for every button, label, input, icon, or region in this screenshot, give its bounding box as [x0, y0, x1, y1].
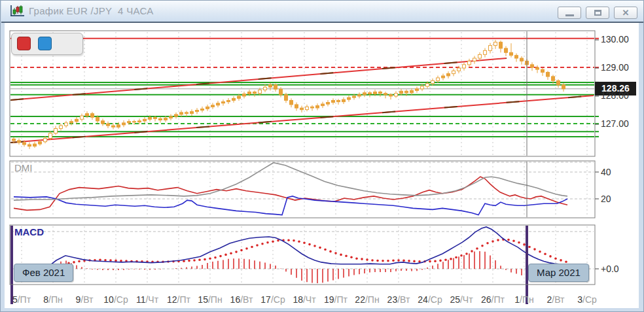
window-title: График EUR /JPY 4 ЧАСА	[29, 5, 154, 16]
price-axis-label: 128.00	[601, 90, 629, 101]
dmi-panel-label: DMI	[14, 162, 33, 173]
blue-square-button[interactable]	[38, 37, 52, 50]
dmi-tick-20: 20	[601, 194, 611, 204]
maximize-button[interactable]	[586, 7, 609, 19]
x-axis-label: 26/Пт	[481, 294, 505, 305]
candlestick-chart-icon	[9, 5, 25, 18]
x-axis-label: 9/Вт	[76, 294, 94, 305]
red-square-button[interactable]	[17, 37, 31, 50]
minimize-button[interactable]	[558, 7, 581, 19]
price-axis-label: 130.00	[601, 34, 629, 44]
x-axis-label: 18/Чт	[293, 294, 315, 305]
x-axis-label: 25/Чт	[450, 294, 473, 305]
macd-panel[interactable]	[10, 225, 595, 285]
x-axis-label: 12/Пт	[167, 294, 190, 305]
x-axis-label: 23/Вт	[387, 294, 410, 305]
x-axis-label: 15/Пн	[198, 294, 222, 305]
month-badge-feb: Фев 2021	[14, 264, 73, 282]
x-axis-label: 10/Ср	[103, 294, 128, 305]
minimize-icon	[565, 14, 574, 16]
x-axis-label: 5/Пт	[12, 294, 31, 305]
x-axis-label: 17/Ср	[260, 294, 285, 305]
x-axis-label: 3/Ср	[577, 294, 597, 305]
price-chart-panel[interactable]	[10, 31, 595, 156]
x-axis-label: 24/Ср	[418, 294, 442, 305]
chart-tools-box	[11, 33, 83, 55]
x-axis-label: 19/Пт	[324, 294, 348, 305]
price-axis-label: 129.00	[601, 62, 629, 73]
x-axis-label: 11/Чт	[136, 294, 158, 305]
window-titlebar[interactable]: График EUR /JPY 4 ЧАСА ✕	[1, 1, 644, 23]
price-axis-label: 127.00	[601, 118, 629, 129]
x-axis-label: 2/Вт	[547, 294, 565, 305]
chart-window: График EUR /JPY 4 ЧАСА ✕ DMI MACD 40 20 …	[0, 0, 644, 312]
x-axis-label: 1/Пн	[514, 294, 533, 305]
close-button[interactable]: ✕	[614, 7, 637, 19]
x-axis-label: 22/Пн	[355, 294, 379, 305]
dmi-panel[interactable]	[10, 161, 595, 218]
macd-panel-label: MACD	[14, 226, 44, 237]
close-icon: ✕	[615, 8, 637, 18]
month-badge-mar: Мар 2021	[528, 264, 589, 282]
x-axis-label: 8/Пн	[43, 294, 62, 305]
dmi-tick-40: 40	[601, 167, 611, 177]
macd-tick-zero: +0.0	[601, 264, 619, 274]
maximize-icon	[594, 10, 601, 16]
x-axis-label: 16/Вт	[230, 294, 253, 305]
